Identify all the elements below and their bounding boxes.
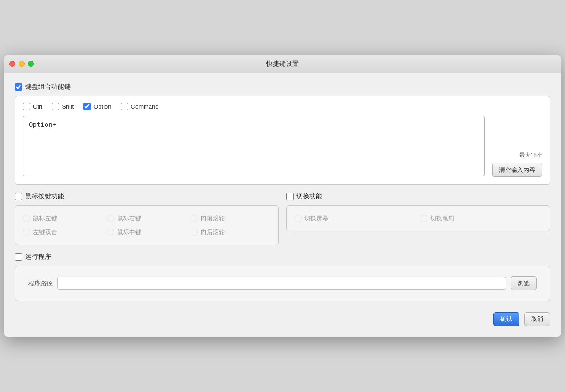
key-combo-label: 键盘组合功能键 xyxy=(25,83,71,91)
titlebar: 快捷键设置 xyxy=(4,55,561,73)
lower-sections: 鼠标按键功能 鼠标左键 鼠标右键 xyxy=(15,192,550,245)
run-section-box: 程序路径 浏览 xyxy=(15,266,550,301)
key-combo-toggle[interactable]: 键盘组合功能键 xyxy=(15,83,71,91)
switch-label: 切换功能 xyxy=(296,192,322,201)
mouse-mid-option[interactable]: 鼠标中键 xyxy=(107,228,187,236)
double-click-radio[interactable] xyxy=(23,229,30,236)
clear-button[interactable]: 清空输入内容 xyxy=(492,163,542,177)
key-combo-section: 键盘组合功能键 Ctrl Shift Option xyxy=(15,83,550,185)
switch-screen-option[interactable]: 切换屏幕 xyxy=(294,214,416,222)
key-combo-box: Ctrl Shift Option Command xyxy=(15,96,550,185)
mouse-section-box: 鼠标左键 鼠标右键 向前滚轮 左键双击 xyxy=(15,205,279,245)
switch-section-box: 切换屏幕 切换笔刷 xyxy=(286,205,550,231)
option-label: Option xyxy=(93,103,111,110)
option-checkbox[interactable] xyxy=(83,103,91,110)
close-button[interactable] xyxy=(9,61,15,67)
mouse-right-radio[interactable] xyxy=(107,215,114,222)
scroll-down-option[interactable]: 向后滚轮 xyxy=(191,228,271,236)
command-checkbox[interactable] xyxy=(121,103,128,110)
minimize-button[interactable] xyxy=(19,61,25,67)
switch-brush-option[interactable]: 切换笔刷 xyxy=(420,214,542,222)
mouse-radio-grid: 鼠标左键 鼠标右键 向前滚轮 左键双击 xyxy=(23,212,271,238)
program-path-row: 程序路径 浏览 xyxy=(23,273,542,294)
maximize-button[interactable] xyxy=(28,61,34,67)
key-combo-textarea[interactable] xyxy=(23,116,485,176)
command-option[interactable]: Command xyxy=(121,103,159,110)
traffic-lights xyxy=(9,61,34,67)
mouse-toggle[interactable]: 鼠标按键功能 xyxy=(15,192,64,201)
cancel-button[interactable]: 取消 xyxy=(524,312,550,326)
text-area-controls: 最大18个 清空输入内容 xyxy=(492,151,542,178)
key-combo-header: 键盘组合功能键 xyxy=(15,83,550,91)
confirm-button[interactable]: 确认 xyxy=(493,312,519,326)
mouse-checkbox[interactable] xyxy=(15,193,22,200)
mouse-left-radio[interactable] xyxy=(23,215,30,222)
run-checkbox[interactable] xyxy=(15,253,22,261)
text-area-row: 最大18个 清空输入内容 xyxy=(23,116,542,178)
key-options-row: Ctrl Shift Option Command xyxy=(23,103,542,110)
mouse-right-label: 鼠标右键 xyxy=(117,214,141,222)
mouse-mid-radio[interactable] xyxy=(107,229,114,236)
double-click-option[interactable]: 左键双击 xyxy=(23,228,103,236)
shift-option[interactable]: Shift xyxy=(52,103,74,110)
mouse-right-option[interactable]: 鼠标右键 xyxy=(107,214,187,222)
scroll-up-label: 向前滚轮 xyxy=(201,214,225,222)
mouse-mid-label: 鼠标中键 xyxy=(117,228,141,236)
shift-checkbox[interactable] xyxy=(52,103,59,110)
shift-label: Shift xyxy=(62,103,74,110)
key-combo-checkbox[interactable] xyxy=(15,83,22,91)
main-window: 快捷键设置 键盘组合功能键 Ctrl xyxy=(4,55,561,337)
switch-screen-radio[interactable] xyxy=(294,215,302,222)
option-option[interactable]: Option xyxy=(83,103,111,110)
scroll-up-radio[interactable] xyxy=(191,215,198,222)
run-label: 运行程序 xyxy=(25,253,51,261)
ctrl-label: Ctrl xyxy=(33,103,42,110)
mouse-left-option[interactable]: 鼠标左键 xyxy=(23,214,103,222)
window-title: 快捷键设置 xyxy=(266,60,299,68)
run-section-header: 运行程序 xyxy=(15,253,550,261)
mouse-label: 鼠标按键功能 xyxy=(25,192,64,201)
run-section: 运行程序 程序路径 浏览 xyxy=(15,253,550,301)
scroll-down-label: 向后滚轮 xyxy=(201,228,225,236)
scroll-down-radio[interactable] xyxy=(191,229,198,236)
switch-checkbox[interactable] xyxy=(286,193,294,200)
mouse-left-label: 鼠标左键 xyxy=(33,214,57,222)
scroll-up-option[interactable]: 向前滚轮 xyxy=(191,214,271,222)
switch-brush-label: 切换笔刷 xyxy=(430,214,454,222)
switch-section: 切换功能 切换屏幕 切换笔刷 xyxy=(286,192,550,245)
text-area-col xyxy=(23,116,485,178)
bottom-row: 确认 取消 xyxy=(15,308,550,328)
switch-section-header: 切换功能 xyxy=(286,192,550,201)
mouse-section-header: 鼠标按键功能 xyxy=(15,192,279,201)
switch-radio-grid: 切换屏幕 切换笔刷 xyxy=(294,212,542,224)
double-click-label: 左键双击 xyxy=(33,228,57,236)
path-input[interactable] xyxy=(57,277,506,290)
run-toggle[interactable]: 运行程序 xyxy=(15,253,51,261)
switch-screen-label: 切换屏幕 xyxy=(304,214,328,222)
content-area: 键盘组合功能键 Ctrl Shift Option xyxy=(4,73,561,337)
ctrl-option[interactable]: Ctrl xyxy=(23,103,42,110)
mouse-section: 鼠标按键功能 鼠标左键 鼠标右键 xyxy=(15,192,279,245)
switch-toggle[interactable]: 切换功能 xyxy=(286,192,322,201)
browse-button[interactable]: 浏览 xyxy=(511,276,537,290)
ctrl-checkbox[interactable] xyxy=(23,103,30,110)
max-hint: 最大18个 xyxy=(519,151,542,159)
switch-brush-radio[interactable] xyxy=(420,215,427,222)
path-label: 程序路径 xyxy=(28,279,53,287)
command-label: Command xyxy=(131,103,159,110)
